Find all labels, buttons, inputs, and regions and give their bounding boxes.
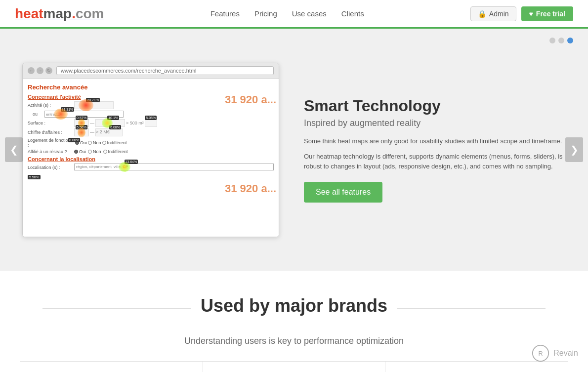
heatmap-screenshot: 31 920 a... Recherche avancée Concernant… [23,79,279,237]
brand-card-3: lovers.cacaushow.com.br [385,361,568,372]
nav-pricing[interactable]: Pricing [254,9,277,18]
browser-back[interactable]: ← [28,67,35,74]
slider-dot-1[interactable] [549,38,555,43]
slider-dot-2[interactable] [558,38,564,43]
hero-section: ❮ ← → ↻ www.placedescommerces.com/recher… [0,29,588,271]
heatmap-row-surface: Surface : 0.57% — 10.1% [28,119,274,127]
divider-left [42,308,191,309]
chevron-right-icon: ❯ [570,144,579,156]
logo-heat: heat [15,6,43,21]
svg-text:R: R [539,350,543,357]
heatmap-row-logement: Logement de fonction : 8.06% Oui Non Ind [28,138,274,148]
lock-icon: 🔒 [478,10,486,18]
hero-title: Smart Technology [304,97,566,115]
brands-subheading: Understanding users is key to performanc… [20,336,568,346]
browser-controls: ← → ↻ [28,67,52,74]
slider-dot-3[interactable] [567,38,573,43]
logo-map: map [43,6,72,21]
hero-body2: Our heatmap technology is different, sup… [304,152,566,172]
nav-clients[interactable]: Clients [341,9,364,18]
browser-forward[interactable]: → [37,67,43,74]
main-nav: Features Pricing Use cases Clients [210,9,364,18]
slider-dots [549,38,573,43]
heatmap-row-localisation: Localisation (s) : région, département, … [28,164,274,171]
hero-body1: Some think heat maps are only good for u… [304,136,566,147]
browser-url: www.placedescommerces.com/recherche_avan… [56,66,274,75]
logo[interactable]: heatmap.com [15,6,104,22]
slider-prev-button[interactable]: ❮ [5,137,23,162]
radio-non [88,141,92,145]
brand-card-2: destinia.com [203,361,385,372]
brands-divider: Used by major brands [20,295,568,321]
header-actions: 🔒 Admin ♥ Free trial [470,6,573,21]
brands-grid: t-online.de destinia.com lovers.cacausho… [20,361,568,372]
nav-features[interactable]: Features [210,9,240,18]
hero-text: Smart Technology Inspired by augmented r… [304,97,566,203]
logo-com: com [76,6,104,21]
header: heatmap.com Features Pricing Use cases C… [0,0,588,29]
browser-bar: ← → ↻ www.placedescommerces.com/recherch… [23,63,279,79]
divider-right [397,308,546,309]
heatmap-row-chiffre: Chiffre d'affaires : 5.56% — > 2 M€ [28,128,274,136]
radio-indiff [102,141,106,145]
logo-dot: . [72,6,76,21]
heatmap-row-affilie: Affilié à un réseau ? Oui Non Indifféren… [28,149,274,154]
hero-image: ← → ↻ www.placedescommerces.com/recherch… [22,63,279,237]
brands-heading: Used by major brands [201,295,387,316]
heatmap-title: Recherche avancée [28,83,274,91]
revain-logo-icon: R [532,344,549,362]
heatmap-section1: Concernant l'activité [28,94,274,100]
brands-section: Used by major brands Understanding users… [0,271,588,372]
browser-refresh[interactable]: ↻ [45,67,52,74]
see-features-button[interactable]: See all features [304,182,382,203]
slider-next-button[interactable]: ❯ [565,137,583,162]
nav-use-cases[interactable]: Use cases [292,9,327,18]
revain-watermark: R Revain [532,344,578,362]
brand-card-1: t-online.de [20,361,203,372]
browser-frame: ← → ↻ www.placedescommerces.com/recherch… [22,63,279,237]
heatmap-section2: Concernant la localisation [28,156,274,162]
heatmap-content: Recherche avancée Concernant l'activité … [23,79,279,184]
chevron-left-icon: ❮ [10,144,18,156]
revain-text: Revain [553,349,578,358]
heart-icon: ♥ [529,10,533,18]
hero-subtitle: Inspired by augmented reality [304,118,566,128]
count-label-2: 31 920 a... [225,182,279,195]
admin-button[interactable]: 🔒 Admin [470,6,516,21]
free-trial-button[interactable]: ♥ Free trial [521,6,573,21]
hero-inner: ← → ↻ www.placedescommerces.com/recherch… [22,63,566,237]
